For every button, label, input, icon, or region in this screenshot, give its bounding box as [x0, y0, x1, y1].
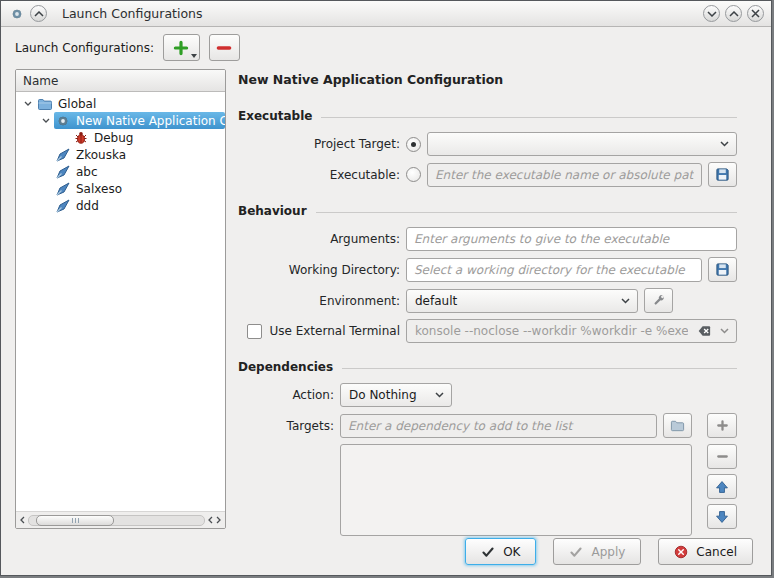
targets-add-column — [707, 413, 737, 438]
cancel-button-label: Cancel — [696, 545, 737, 559]
arguments-label: Arguments: — [238, 232, 400, 246]
disk-icon — [715, 167, 730, 182]
tree-item-label: Global — [58, 97, 96, 111]
add-dependency-button[interactable] — [707, 413, 737, 438]
scroll-left-icon[interactable] — [208, 516, 213, 524]
section-executable: Executable — [238, 109, 737, 123]
project-target-label: Project Target: — [238, 137, 400, 151]
maximize-button[interactable] — [725, 5, 742, 22]
use-external-terminal-label: Use External Terminal — [269, 324, 400, 338]
shade-button[interactable] — [30, 5, 47, 22]
section-dependencies: Dependencies — [238, 360, 737, 374]
window-title: Launch Configurations — [62, 6, 698, 21]
titlebar[interactable]: Launch Configurations — [1, 1, 771, 27]
tree-item-label: Debug — [94, 131, 133, 145]
toolbar: Launch Configurations: — [15, 34, 757, 61]
section-behaviour: Behaviour — [238, 204, 737, 218]
apply-button[interactable]: Apply — [553, 538, 641, 565]
main-area: Name Global — [15, 69, 757, 529]
chevron-down-icon — [621, 298, 630, 304]
clear-text-icon[interactable] — [697, 324, 712, 339]
environment-value: default — [415, 294, 613, 308]
minimize-button[interactable] — [703, 5, 720, 22]
remove-dependency-button[interactable] — [707, 444, 737, 469]
expander-down-icon[interactable] — [20, 101, 36, 106]
section-divider — [321, 117, 737, 118]
tree-item-salxeso[interactable]: Salxeso — [16, 180, 225, 197]
launch-icon — [55, 147, 71, 163]
configurations-tree: Name Global — [15, 69, 226, 529]
add-configuration-button[interactable] — [163, 34, 200, 61]
scroll-right-icon[interactable] — [216, 516, 221, 524]
dialog-button-box: OK Apply Cancel — [15, 529, 757, 567]
remove-configuration-button[interactable] — [209, 34, 240, 61]
scrollbar-track[interactable] — [28, 515, 205, 526]
tree-item-global[interactable]: Global — [16, 95, 225, 112]
working-directory-input[interactable] — [406, 258, 702, 282]
dialog-content: Launch Configurations: Name — [1, 27, 771, 575]
window-menu-icon[interactable] — [8, 5, 25, 22]
tree-item-new-native-application[interactable]: New Native Application C — [16, 112, 225, 129]
plus-icon — [716, 419, 729, 432]
scroll-left-icon[interactable] — [20, 516, 25, 524]
scrollbar-handle[interactable] — [36, 515, 114, 526]
cancel-icon — [674, 545, 688, 559]
project-target-combobox[interactable] — [427, 132, 737, 156]
tree-header-name[interactable]: Name — [16, 70, 225, 92]
executable-browse-button[interactable] — [708, 162, 737, 187]
section-dependencies-label: Dependencies — [238, 360, 333, 374]
folder-icon — [670, 418, 685, 433]
use-external-terminal-checkbox[interactable] — [247, 324, 262, 339]
dependencies-list-buttons — [707, 444, 737, 529]
folder-icon — [37, 96, 53, 112]
executable-input[interactable] — [427, 163, 702, 187]
plus-icon — [173, 40, 189, 56]
environment-combobox[interactable]: default — [406, 289, 638, 313]
tree-item-label: New Native Application C — [76, 114, 225, 128]
action-label: Action: — [238, 388, 334, 402]
check-icon — [481, 545, 495, 559]
tree-item-label: Salxeso — [76, 182, 122, 196]
targets-row: Targets: — [238, 413, 737, 438]
working-directory-label: Working Directory: — [238, 263, 400, 277]
dependencies-list[interactable] — [340, 444, 692, 536]
chevron-down-icon — [720, 328, 729, 334]
action-combobox[interactable]: Do Nothing — [340, 383, 452, 407]
expander-down-icon[interactable] — [38, 118, 54, 123]
launch-icon — [55, 198, 71, 214]
action-row: Action: Do Nothing — [238, 383, 737, 407]
tree-header-label: Name — [23, 74, 58, 88]
cancel-button[interactable]: Cancel — [658, 538, 753, 565]
tree-item-abc[interactable]: abc — [16, 163, 225, 180]
working-directory-browse-button[interactable] — [708, 257, 737, 282]
tree-item-zkouska[interactable]: Zkouska — [16, 146, 225, 163]
move-up-button[interactable] — [707, 474, 737, 499]
arguments-input[interactable] — [406, 227, 737, 251]
terminal-command-combobox[interactable]: konsole --noclose --workdir %workdir -e … — [406, 319, 737, 343]
environment-row: Environment: default — [238, 288, 737, 313]
chevron-down-icon — [191, 54, 197, 58]
executable-row: Executable: — [238, 162, 737, 187]
launch-configurations-label: Launch Configurations: — [15, 41, 154, 55]
page-title: New Native Application Configuration — [238, 72, 737, 87]
arguments-row: Arguments: — [238, 227, 737, 251]
ok-button[interactable]: OK — [465, 538, 536, 565]
close-button[interactable] — [747, 5, 764, 22]
selected-row-highlight: New Native Application C — [54, 112, 225, 129]
move-down-button[interactable] — [707, 504, 737, 529]
tree-item-ddd[interactable]: ddd — [16, 197, 225, 214]
application-gear-icon — [55, 113, 71, 129]
executable-label: Executable: — [238, 168, 400, 182]
project-target-radio[interactable] — [406, 137, 421, 152]
configuration-form: New Native Application Configuration Exe… — [238, 69, 757, 529]
disk-icon — [715, 262, 730, 277]
wrench-icon — [651, 293, 666, 308]
minus-icon — [716, 450, 729, 463]
tree-item-debug[interactable]: Debug — [16, 129, 225, 146]
tree-horizontal-scrollbar[interactable] — [16, 511, 225, 528]
targets-input[interactable] — [340, 414, 657, 438]
executable-radio[interactable] — [406, 167, 421, 182]
arrow-down-icon — [715, 510, 729, 524]
configure-environments-button[interactable] — [644, 288, 673, 313]
targets-browse-button[interactable] — [663, 413, 692, 438]
